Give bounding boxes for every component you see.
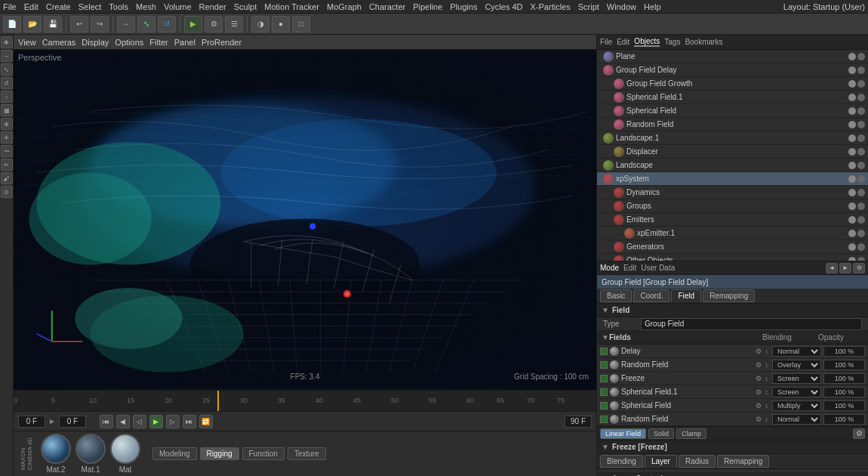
obj-item-15[interactable]: Other Objects [597, 254, 868, 261]
tool-spline[interactable]: 〜 [1, 145, 13, 157]
tool-select[interactable]: ✥ [1, 36, 13, 48]
field-item-0[interactable]: Delay ⚙ ↕ Normal [597, 345, 868, 358]
render-settings-btn[interactable]: ⚙ [205, 16, 223, 32]
menu-motion-tracker[interactable]: Motion Tracker [264, 2, 319, 11]
obj-item-4[interactable]: Spherical Field [597, 104, 868, 118]
attr-tab-basic[interactable]: Basic [600, 289, 632, 302]
render-btn[interactable]: ▶ [184, 16, 202, 32]
solid-btn[interactable]: Solid [648, 428, 674, 439]
clamp-btn[interactable]: Clamp [676, 428, 706, 439]
obj-item-2[interactable]: Group Field Growth [597, 77, 868, 91]
obj-item-11[interactable]: Groups [597, 199, 868, 213]
vp-menu-display[interactable]: Display [82, 38, 109, 47]
tab-modeling[interactable]: Modeling [152, 447, 197, 460]
tool-texture[interactable]: ▦ [1, 104, 13, 116]
field-section-header[interactable]: ▼ Field [597, 304, 868, 317]
obj-item-14[interactable]: Generators [597, 240, 868, 254]
goto-start-btn[interactable]: ⏮ [100, 415, 113, 428]
field-item-4[interactable]: Spherical Field ⚙ ↕ Multiply [597, 399, 868, 413]
linear-field-btn[interactable]: Linear Field [600, 428, 646, 439]
field-blend-select-3[interactable]: Screen [772, 387, 821, 397]
field-check-4[interactable] [600, 402, 608, 410]
obj-item-3[interactable]: Spherical Field.1 [597, 91, 868, 104]
field-opacity-5[interactable] [823, 414, 865, 425]
undo-btn[interactable]: ↩ [70, 16, 88, 32]
play-btn[interactable]: ▶ [149, 415, 163, 428]
loop-btn[interactable]: 🔁 [199, 415, 213, 428]
obj-item-0[interactable]: Plane [597, 50, 868, 63]
field-check-2[interactable] [600, 375, 608, 382]
menu-tools[interactable]: Tools [109, 2, 128, 11]
attr-mode-mode[interactable]: Mode [600, 264, 619, 272]
field-check-5[interactable] [600, 416, 608, 423]
play-reverse-btn[interactable]: ◁ [133, 415, 146, 428]
menu-sculpt[interactable]: Sculpt [234, 2, 257, 11]
vp-menu-panel[interactable]: Panel [174, 38, 195, 47]
vp-menu-filter[interactable]: Filter [149, 38, 168, 47]
redo-btn[interactable]: ↪ [91, 16, 109, 32]
vp-menu-options[interactable]: Options [115, 38, 143, 47]
field-check-3[interactable] [600, 388, 608, 396]
menu-mograph[interactable]: MoGraph [327, 2, 362, 11]
field-item-3[interactable]: Spherical Field.1 ⚙ ↕ Screen [597, 385, 868, 399]
freeze-header[interactable]: ▼ Freeze [Freeze] [597, 440, 868, 454]
field-blend-select-4[interactable]: Multiply [772, 400, 821, 411]
menu-edit[interactable]: Edit [24, 2, 38, 11]
field-blend-select-0[interactable]: Normal [772, 346, 821, 357]
next-key-btn[interactable]: ▷ [166, 415, 180, 428]
prev-key-btn[interactable]: ◀ [116, 415, 130, 428]
field-blend-select-1[interactable]: Overlay [772, 360, 821, 370]
layer-controls-header[interactable]: ▼ Layer Controls [597, 472, 868, 476]
tab-rigging[interactable]: Rigging [200, 447, 239, 460]
tool-paint[interactable]: 🖌 [1, 172, 13, 184]
menu-mesh[interactable]: Mesh [136, 2, 156, 11]
render-queue-btn[interactable]: ☰ [225, 16, 243, 32]
attr-nav-left[interactable]: ◄ [826, 263, 838, 274]
obj-item-1[interactable]: Group Field Delay [597, 63, 868, 77]
menu-volume[interactable]: Volume [164, 2, 192, 11]
keyframe-input[interactable] [59, 416, 86, 428]
end-frame-input[interactable] [565, 416, 592, 428]
timeline-track[interactable]: 0 5 10 15 20 25 30 35 40 45 50 55 60 65 … [14, 391, 596, 411]
obj-item-9[interactable]: xpSystem [597, 172, 868, 186]
obj-tab-bookmarks[interactable]: Bookmarks [685, 38, 722, 46]
tool-sculpt[interactable]: ⊙ [1, 186, 13, 198]
vp-menu-cameras[interactable]: Cameras [42, 38, 76, 47]
attr-mode-userdata[interactable]: User Data [641, 264, 675, 272]
goto-end-btn[interactable]: ⏭ [183, 415, 196, 428]
obj-tab-file[interactable]: File [600, 38, 612, 46]
menu-plugins[interactable]: Plugins [450, 2, 477, 11]
field-opacity-1[interactable] [823, 360, 865, 370]
obj-item-7[interactable]: Displacer [597, 145, 868, 159]
vp-menu-view[interactable]: View [18, 38, 36, 47]
menu-window[interactable]: Window [607, 2, 636, 11]
save-btn[interactable]: 💾 [44, 16, 62, 32]
attr-mode-edit[interactable]: Edit [623, 264, 636, 272]
fields-settings-icon[interactable]: ⚙ [853, 428, 865, 439]
menu-file[interactable]: File [3, 2, 17, 11]
obj-item-12[interactable]: Emitters [597, 213, 868, 227]
obj-item-5[interactable]: Random Field [597, 118, 868, 131]
rotate-tool-btn[interactable]: ↺ [158, 16, 176, 32]
field-item-5[interactable]: Random Field ⚙ ↕ Normal [597, 413, 868, 426]
material-mat1[interactable] [75, 434, 106, 464]
field-type-input[interactable] [641, 318, 862, 330]
menu-cycles4d[interactable]: Cycles 4D [485, 2, 522, 11]
field-opacity-0[interactable] [823, 346, 865, 357]
freeze-tab-blending[interactable]: Blending [600, 455, 643, 468]
field-check-0[interactable] [600, 348, 608, 355]
tool-scale[interactable]: ⤡ [1, 63, 13, 76]
field-opacity-4[interactable] [823, 400, 865, 411]
menu-character[interactable]: Character [369, 2, 405, 11]
menu-render[interactable]: Render [199, 2, 226, 11]
tool-rotate[interactable]: ↺ [1, 77, 13, 89]
move-tool-btn[interactable]: ↔ [117, 16, 135, 32]
attr-nav-right[interactable]: ► [839, 263, 851, 274]
viewport-3d[interactable]: Perspective FPS: 3.4 Grid Spacing : 100 … [14, 50, 596, 390]
scale-tool-btn[interactable]: ⤡ [137, 16, 155, 32]
menu-create[interactable]: Create [46, 2, 71, 11]
tool-axis[interactable]: ✛ [1, 131, 13, 144]
field-blend-select-5[interactable]: Normal [772, 414, 821, 425]
tab-texture[interactable]: Texture [288, 447, 326, 460]
field-opacity-3[interactable] [823, 387, 865, 397]
